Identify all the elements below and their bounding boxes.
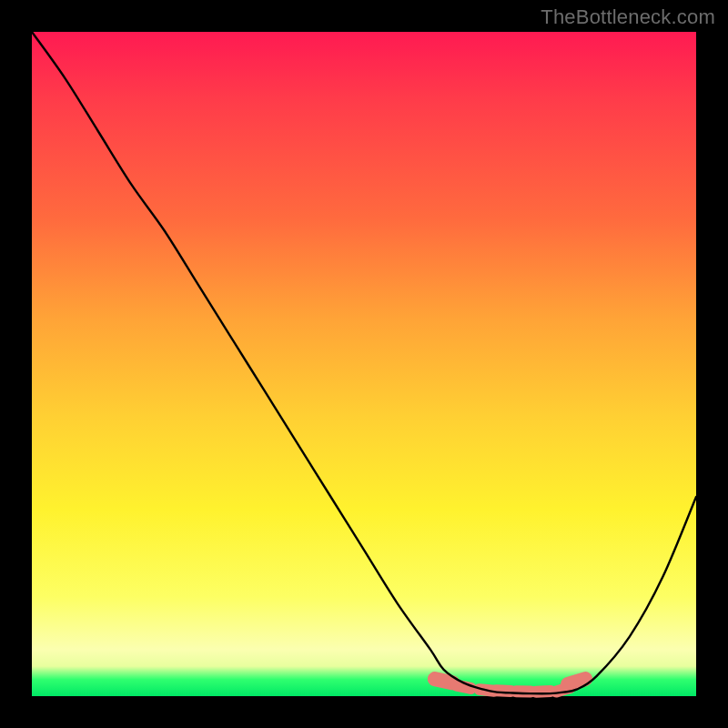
optimal-marker [536,691,551,692]
bottleneck-curve [32,32,696,693]
optimal-zone-markers [435,679,585,692]
optimal-marker [568,679,585,684]
optimal-marker [435,679,453,682]
plot-area [32,32,696,696]
chart-frame: TheBottleneck.com [0,0,728,728]
optimal-marker [496,691,511,692]
watermark-text: TheBottleneck.com [541,5,715,29]
chart-svg [32,32,696,696]
